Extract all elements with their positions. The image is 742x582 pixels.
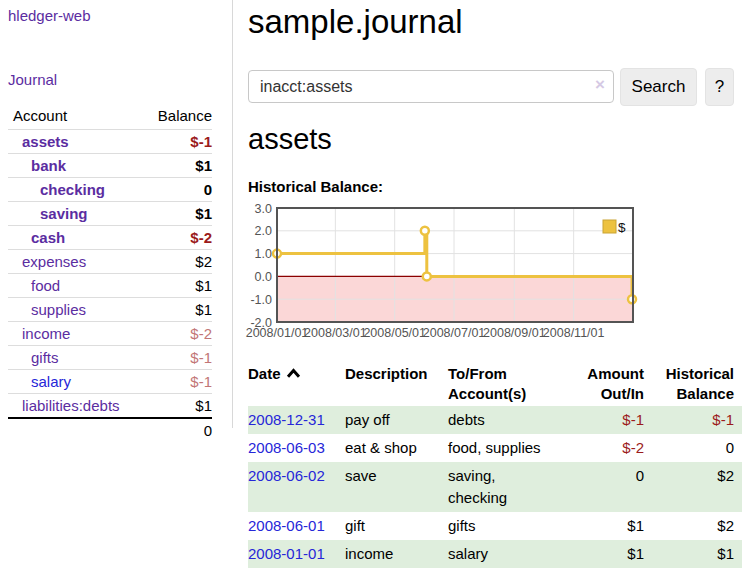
accounts-header-account: Account	[8, 103, 145, 130]
account-balance: $1	[145, 154, 212, 178]
legend-swatch	[603, 220, 616, 233]
register-accounts-cell: gifts	[448, 512, 566, 540]
sidebar-item-journal[interactable]: Journal	[8, 71, 57, 88]
account-balance: $1	[145, 202, 212, 226]
account-balance: $-2	[145, 322, 212, 346]
register-balance-cell: $-1	[646, 406, 742, 434]
register-amount-cell: $-2	[566, 434, 646, 462]
page-title: sample.journal	[248, 2, 463, 42]
register-description-cell: pay off	[345, 406, 448, 434]
main-content: sample.journal × Search ? assets Histori…	[248, 0, 742, 582]
account-balance: 0	[145, 178, 212, 202]
account-row: income$-2	[8, 322, 212, 346]
account-link[interactable]: supplies	[31, 301, 86, 318]
account-link[interactable]: saving	[40, 205, 88, 222]
account-balance: $1	[145, 274, 212, 298]
register-description-cell: gift	[345, 512, 448, 540]
transaction-date-link[interactable]: 2008-01-01	[248, 545, 325, 562]
account-row: checking0	[8, 178, 212, 202]
register-row: 2008-01-01incomesalary$1$1	[248, 540, 742, 568]
account-name-cell: cash	[8, 226, 145, 250]
register-amount-cell: $1	[566, 540, 646, 568]
account-link[interactable]: food	[31, 277, 60, 294]
account-row: expenses$2	[8, 250, 212, 274]
transaction-date-link[interactable]: 2008-06-02	[248, 467, 325, 484]
register-header-date-label: Date	[248, 365, 281, 382]
account-link[interactable]: gifts	[31, 349, 59, 366]
account-name-cell: salary	[8, 370, 145, 394]
register-header-row: Date Description To/From Account(s) Amou…	[248, 362, 742, 406]
account-link[interactable]: checking	[40, 181, 105, 198]
brand-link[interactable]: hledger-web	[8, 7, 91, 24]
register-header-accounts: To/From Account(s)	[448, 362, 566, 406]
x-axis-tick-label: 2008/09/01	[483, 326, 546, 340]
register-header-balance: Historical Balance	[646, 362, 742, 406]
register-description-cell: save	[345, 462, 448, 512]
x-axis-tick-label: 2008/07/01	[423, 326, 486, 340]
y-axis-tick-label: 3.0	[255, 202, 272, 216]
account-balance: $1	[145, 298, 212, 322]
search-input-wrap: ×	[248, 70, 614, 103]
x-axis-tick-label: 2008/01/01	[246, 326, 309, 340]
account-name-cell: saving	[8, 202, 145, 226]
accounts-total-row: 0	[8, 418, 212, 442]
register-description-cell: income	[345, 540, 448, 568]
register-row: 2008-12-31pay offdebts$-1$-1	[248, 406, 742, 434]
x-axis-tick-label: 2008/03/01	[304, 326, 367, 340]
accounts-total-spacer	[8, 418, 145, 442]
chart-data-marker	[421, 227, 429, 235]
transaction-date-link[interactable]: 2008-06-01	[248, 517, 325, 534]
accounts-total-balance: 0	[145, 418, 212, 442]
register-amount-cell: 0	[566, 462, 646, 512]
account-link[interactable]: salary	[31, 373, 71, 390]
accounts-table-body: assets$-1bank$1checking0saving$1cash$-2e…	[8, 130, 212, 419]
account-name-cell: checking	[8, 178, 145, 202]
search-form: × Search ?	[248, 68, 742, 106]
account-link[interactable]: liabilities:debts	[22, 397, 120, 414]
register-row: 2008-06-01giftgifts$1$2	[248, 512, 742, 540]
register-row: 2008-06-02savesaving, checking0$2	[248, 462, 742, 512]
register-header-date[interactable]: Date	[248, 362, 345, 406]
transaction-date-link[interactable]: 2008-12-31	[248, 411, 325, 428]
account-name-cell: bank	[8, 154, 145, 178]
register-balance-cell: $2	[646, 462, 742, 512]
account-name-cell: expenses	[8, 250, 145, 274]
legend-label: $	[618, 220, 626, 235]
account-link[interactable]: expenses	[22, 253, 86, 270]
search-input[interactable]	[248, 70, 614, 103]
transaction-date-link[interactable]: 2008-06-03	[248, 439, 325, 456]
register-amount-cell: $-1	[566, 406, 646, 434]
register-date-cell: 2008-06-03	[248, 434, 345, 462]
chart-label: Historical Balance:	[248, 178, 383, 195]
register-balance-cell: $1	[646, 540, 742, 568]
account-balance: $-1	[145, 370, 212, 394]
register-accounts-cell: debts	[448, 406, 566, 434]
y-axis-tick-label: -1.0	[250, 293, 272, 307]
help-button[interactable]: ?	[705, 68, 734, 106]
register-row: 2008-06-03eat & shopfood, supplies$-20	[248, 434, 742, 462]
chart-canvas[interactable]: $3.02.01.00.0-1.0-2.02008/01/012008/03/0…	[240, 196, 642, 352]
account-title: assets	[248, 122, 332, 156]
y-axis-tick-label: 2.0	[255, 224, 272, 238]
account-row: saving$1	[8, 202, 212, 226]
account-name-cell: food	[8, 274, 145, 298]
y-axis-tick-label: 0.0	[255, 270, 272, 284]
historical-balance-chart[interactable]: $3.02.01.00.0-1.0-2.02008/01/012008/03/0…	[240, 196, 642, 352]
search-button[interactable]: Search	[620, 68, 697, 106]
account-balance: $2	[145, 250, 212, 274]
account-link[interactable]: income	[22, 325, 70, 342]
account-name-cell: supplies	[8, 298, 145, 322]
register-date-cell: 2008-01-01	[248, 540, 345, 568]
account-link[interactable]: assets	[22, 133, 69, 150]
sort-ascending-icon	[286, 368, 301, 379]
account-row: food$1	[8, 274, 212, 298]
account-link[interactable]: bank	[31, 157, 66, 174]
account-row: liabilities:debts$1	[8, 394, 212, 419]
accounts-table: Account Balance assets$-1bank$1checking0…	[8, 103, 212, 442]
register-amount-cell: $1	[566, 512, 646, 540]
accounts-table-header-row: Account Balance	[8, 103, 212, 130]
account-balance: $-1	[145, 346, 212, 370]
account-row: cash$-2	[8, 226, 212, 250]
clear-search-icon[interactable]: ×	[595, 75, 605, 95]
account-link[interactable]: cash	[31, 229, 65, 246]
